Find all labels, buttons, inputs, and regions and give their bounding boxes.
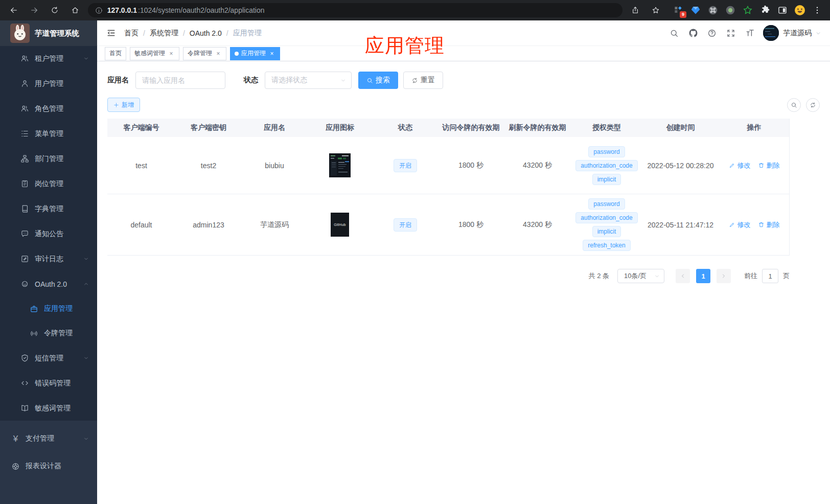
col-actions: 操作 (719, 119, 790, 137)
side-panel-button[interactable] (776, 3, 789, 17)
sidebar-item-post[interactable]: 岗位管理 (0, 171, 97, 196)
browser-reload-button[interactable] (47, 3, 62, 18)
breadcrumb-current: 应用管理 (233, 29, 262, 38)
user-dropdown[interactable]: 芋道源码 (763, 25, 821, 41)
sidebar-item-pay[interactable]: ¥ 支付管理 (0, 425, 97, 452)
status-select[interactable]: 请选择状态 (265, 72, 352, 89)
github-link-button[interactable] (687, 28, 699, 39)
fullscreen-button[interactable] (725, 28, 736, 39)
tab-sensitive-word[interactable]: 敏感词管理 × (130, 47, 179, 60)
edit-link[interactable]: 修改 (729, 220, 751, 230)
extensions-puzzle-button[interactable] (758, 3, 772, 17)
reset-button[interactable]: 重置 (403, 72, 443, 89)
prev-page-button[interactable] (676, 269, 690, 283)
browser-menu-button[interactable] (811, 3, 824, 17)
applications-table: 客户端编号 客户端密钥 应用名 应用图标 状态 访问令牌的有效期 刷新令牌的有效… (107, 119, 790, 256)
browser-profile-avatar[interactable] (793, 3, 806, 17)
browser-forward-button[interactable] (27, 3, 42, 18)
sidebar-item-dept[interactable]: 部门管理 (0, 146, 97, 171)
sidebar-item-label: 角色管理 (35, 104, 63, 113)
sidebar-item-menu[interactable]: 菜单管理 (0, 121, 97, 146)
trash-icon (758, 221, 765, 228)
extension-gem-icon[interactable] (689, 3, 702, 17)
wheel-icon (11, 462, 20, 471)
sidebar-item-oauth[interactable]: OAuth 2.0 (0, 271, 97, 296)
share-button[interactable] (628, 3, 643, 18)
sidebar-item-report-designer[interactable]: 报表设计器 (0, 452, 97, 480)
edit-document-icon (20, 255, 29, 263)
search-button[interactable]: 搜索 (358, 72, 398, 89)
browser-home-button[interactable] (67, 3, 83, 18)
app-logo[interactable]: 芋道管理系统 (0, 20, 97, 46)
font-size-button[interactable] (744, 28, 755, 39)
sidebar-item-role[interactable]: 角色管理 (0, 96, 97, 121)
sidebar-item-notice[interactable]: 通知公告 (0, 221, 97, 246)
hide-search-button[interactable] (787, 98, 801, 112)
add-button[interactable]: 新增 (107, 98, 140, 112)
extension-star-icon[interactable] (741, 3, 754, 17)
page-size-value: 10条/页 (624, 271, 647, 281)
app-icon-image (329, 153, 351, 177)
delete-link[interactable]: 删除 (758, 161, 780, 170)
cell-access-ttl: 1800 秒 (438, 194, 504, 255)
cell-actions: 修改 删除 (719, 194, 790, 255)
sidebar-collapse-button[interactable] (106, 28, 116, 38)
breadcrumb-oauth[interactable]: OAuth 2.0 (190, 29, 222, 37)
sidebar-item-oauth-application[interactable]: 应用管理 (0, 296, 97, 321)
close-icon[interactable]: × (215, 50, 222, 57)
sidebar-item-oauth-token[interactable]: 令牌管理 (0, 321, 97, 346)
close-icon[interactable]: × (268, 50, 275, 57)
cell-created: 2022-05-11 21:47:12 (642, 194, 719, 255)
sidebar-menu-group-bottom: ¥ 支付管理 报表设计器 (0, 421, 97, 480)
app-name-input[interactable] (135, 72, 225, 89)
tab-home[interactable]: 首页 (105, 47, 126, 60)
sidebar-item-label: 敏感词管理 (35, 404, 71, 413)
cell-actions: 修改 删除 (719, 137, 790, 194)
cell-grant-types: password authorization_code implicit ref… (571, 194, 642, 255)
refresh-table-button[interactable] (806, 98, 820, 112)
extension-tabs-grid-icon[interactable]: 9 (672, 3, 685, 17)
col-app-icon: 应用图标 (307, 119, 373, 137)
help-button[interactable] (706, 28, 718, 39)
sidebar-item-tenant[interactable]: 租户管理 (0, 46, 97, 71)
chat-bubble-icon (20, 230, 29, 238)
goto-page-input[interactable] (762, 269, 778, 283)
breadcrumb-system[interactable]: 系统管理 (150, 29, 178, 38)
page-number-1[interactable]: 1 (696, 269, 710, 283)
edit-link[interactable]: 修改 (729, 161, 751, 170)
chevron-up-icon (83, 281, 89, 287)
address-bar[interactable]: 127.0.0.1:1024/system/oauth2/oauth2/appl… (88, 3, 623, 17)
col-secret: 客户端密钥 (175, 119, 242, 137)
tab-label: 令牌管理 (188, 49, 212, 58)
active-dot-icon (235, 52, 239, 56)
sidebar-item-user[interactable]: 用户管理 (0, 71, 97, 96)
sidebar-item-errorcode[interactable]: 错误码管理 (0, 371, 97, 396)
sidebar-item-sms[interactable]: 短信管理 (0, 346, 97, 371)
close-icon[interactable]: × (168, 50, 175, 57)
sidebar-item-label: OAuth 2.0 (35, 280, 67, 288)
extension-command-icon[interactable] (706, 3, 720, 17)
sidebar-item-dict[interactable]: 字典管理 (0, 196, 97, 221)
pen-icon (729, 221, 735, 228)
shield-check-icon (20, 354, 29, 362)
col-access-ttl: 访问令牌的有效期 (438, 119, 504, 137)
tab-application[interactable]: 应用管理 × (230, 47, 280, 60)
bookmark-button[interactable] (648, 3, 663, 18)
sidebar-item-label: 错误码管理 (35, 379, 71, 388)
browser-back-button[interactable] (6, 3, 21, 18)
delete-link[interactable]: 删除 (758, 220, 780, 230)
tab-label: 应用管理 (241, 49, 266, 58)
sidebar-item-label: 字典管理 (35, 204, 63, 214)
next-page-button[interactable] (717, 269, 731, 283)
sidebar-item-audit-log[interactable]: 审计日志 (0, 246, 97, 271)
extension-recorder-icon[interactable] (724, 3, 737, 17)
header-search-button[interactable] (668, 28, 680, 39)
tab-token[interactable]: 令牌管理 × (183, 47, 226, 60)
sidebar-item-sensitive-word[interactable]: 敏感词管理 (0, 396, 97, 421)
breadcrumb-home[interactable]: 首页 (124, 29, 139, 38)
cell-app-name: 芋道源码 (242, 194, 307, 255)
page-size-select[interactable]: 10条/页 (617, 269, 664, 283)
chevron-left-icon (680, 273, 686, 279)
sidebar-item-label: 审计日志 (35, 255, 63, 264)
sidebar-menu-group: 租户管理 用户管理 角色管理 菜单管理 部门管理 岗位管理 字典管理 (0, 46, 97, 421)
